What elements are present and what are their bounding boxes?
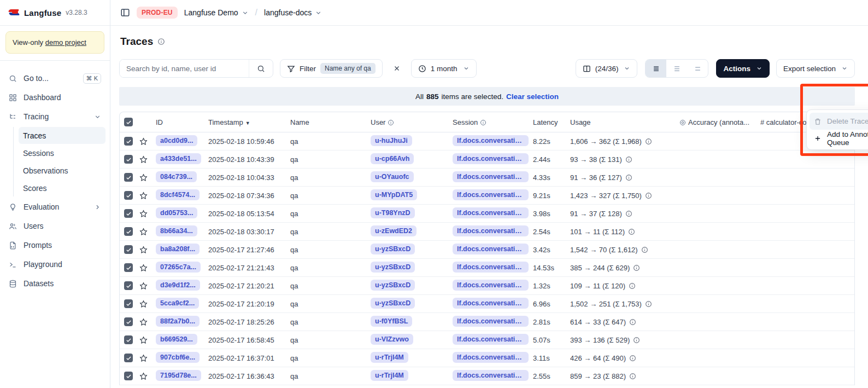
sidebar-item-prompts[interactable]: Prompts bbox=[4, 236, 105, 254]
user-badge[interactable]: u-OYauofc bbox=[371, 171, 414, 182]
table-row[interactable]: 084c739... 2025-02-18 10:04:33 qa u-OYau… bbox=[120, 169, 854, 187]
user-badge[interactable]: u-yzSBxcD bbox=[371, 298, 415, 309]
user-badge[interactable]: u-VIZzvwo bbox=[371, 334, 413, 345]
session-badge[interactable]: lf.docs.conversation... bbox=[453, 135, 529, 146]
org-selector[interactable]: Langfuse Demo bbox=[184, 8, 249, 17]
session-badge[interactable]: lf.docs.conversation... bbox=[453, 352, 529, 363]
session-badge[interactable]: lf.docs.conversation... bbox=[453, 280, 529, 291]
table-row[interactable]: 88f2a7b0... 2025-02-17 18:25:26 qa u-f0Y… bbox=[120, 313, 854, 331]
trace-id-badge[interactable]: 084c739... bbox=[156, 171, 197, 182]
select-all-checkbox[interactable] bbox=[124, 118, 133, 126]
bookmark-star-icon[interactable] bbox=[139, 354, 156, 362]
bookmark-star-icon[interactable] bbox=[139, 318, 156, 326]
bookmark-star-icon[interactable] bbox=[139, 246, 156, 254]
table-row[interactable]: a0cd0d9... 2025-02-18 10:59:46 qa u-huJh… bbox=[120, 132, 854, 150]
export-selection-button[interactable]: Export selection bbox=[776, 59, 855, 78]
header-accuracy[interactable]: Accuracy (annota... bbox=[679, 118, 760, 126]
clear-selection-link[interactable]: Clear selection bbox=[506, 92, 559, 101]
session-badge[interactable]: lf.docs.conversation... bbox=[453, 153, 529, 164]
user-badge[interactable]: u-MYpDAT5 bbox=[371, 189, 417, 200]
session-badge[interactable]: lf.docs.conversation... bbox=[453, 207, 529, 218]
row-checkbox[interactable] bbox=[124, 299, 133, 308]
row-checkbox[interactable] bbox=[124, 137, 133, 146]
sidebar-item-users[interactable]: Users bbox=[4, 217, 105, 235]
row-checkbox[interactable] bbox=[124, 317, 133, 326]
menu-item-delete-traces[interactable]: Delete Traces bbox=[810, 113, 868, 130]
row-checkbox[interactable] bbox=[124, 155, 133, 164]
bookmark-star-icon[interactable] bbox=[139, 137, 156, 146]
table-row[interactable]: ba8a208f... 2025-02-17 21:27:46 qa u-yzS… bbox=[120, 241, 854, 259]
session-badge[interactable]: lf.docs.conversation... bbox=[453, 370, 529, 381]
row-checkbox[interactable] bbox=[124, 227, 133, 236]
demo-project-link[interactable]: demo project bbox=[45, 38, 86, 47]
session-badge[interactable]: lf.docs.conversation... bbox=[453, 316, 529, 327]
sidebar-item-observations[interactable]: Observations bbox=[19, 162, 105, 179]
trace-id-badge[interactable]: a0cd0d9... bbox=[156, 135, 197, 146]
user-badge[interactable]: u-f0YfBSL bbox=[371, 316, 412, 327]
session-badge[interactable]: lf.docs.conversation... bbox=[453, 298, 529, 309]
trace-id-badge[interactable]: d3e9d1f2... bbox=[156, 280, 200, 291]
table-row[interactable]: 907cbf6e... 2025-02-17 16:37:01 qa u-rTr… bbox=[120, 349, 854, 367]
table-row[interactable]: dd05753... 2025-02-18 05:13:54 qa u-T98Y… bbox=[120, 205, 854, 223]
filter-button[interactable]: Filter Name any of qa bbox=[280, 59, 383, 78]
bookmark-star-icon[interactable] bbox=[139, 372, 156, 380]
bookmark-star-icon[interactable] bbox=[139, 282, 156, 290]
session-badge[interactable]: lf.docs.conversation... bbox=[453, 189, 529, 200]
sidebar-item-playground[interactable]: Playground bbox=[4, 255, 105, 274]
row-checkbox[interactable] bbox=[124, 281, 133, 290]
session-badge[interactable]: lf.docs.conversation... bbox=[453, 225, 529, 236]
row-checkbox[interactable] bbox=[124, 209, 133, 218]
session-badge[interactable]: lf.docs.conversation... bbox=[453, 262, 529, 273]
row-height-small-icon[interactable] bbox=[646, 60, 666, 77]
sidebar-item-traces[interactable]: Traces bbox=[19, 127, 105, 144]
row-height-large-icon[interactable] bbox=[687, 60, 708, 77]
search-input[interactable] bbox=[120, 60, 249, 77]
trace-id-badge[interactable]: 907cbf6e... bbox=[156, 352, 200, 363]
user-badge[interactable]: u-cp66Avh bbox=[371, 153, 414, 164]
trace-id-badge[interactable]: 88f2a7b0... bbox=[156, 316, 200, 327]
bookmark-star-icon[interactable] bbox=[139, 264, 156, 272]
sidebar-item-tracing[interactable]: Tracing bbox=[4, 107, 105, 126]
row-checkbox[interactable] bbox=[124, 245, 133, 254]
trace-id-badge[interactable]: 5cca9cf2... bbox=[156, 298, 199, 309]
bookmark-star-icon[interactable] bbox=[139, 155, 156, 164]
trace-id-badge[interactable]: 7195d78e... bbox=[156, 370, 201, 381]
trace-id-badge[interactable]: 8dcf4574... bbox=[156, 189, 200, 200]
sidebar-item-evaluation[interactable]: Evaluation bbox=[4, 198, 105, 216]
search-submit-icon[interactable] bbox=[249, 60, 273, 77]
sidebar-item-scores[interactable]: Scores bbox=[19, 179, 105, 196]
user-badge[interactable]: u-zEwdED2 bbox=[371, 225, 417, 236]
trace-id-badge[interactable]: b669529... bbox=[156, 334, 197, 345]
panel-toggle-icon[interactable] bbox=[120, 8, 130, 18]
column-visibility-button[interactable]: (24/36) bbox=[576, 59, 638, 78]
header-session[interactable]: Session bbox=[453, 118, 533, 126]
user-badge[interactable]: u-T98YnzD bbox=[371, 207, 415, 218]
trace-id-badge[interactable]: 07265c7a... bbox=[156, 262, 201, 273]
header-id[interactable]: ID bbox=[156, 118, 208, 126]
time-range-button[interactable]: 1 month bbox=[411, 59, 477, 78]
bookmark-star-icon[interactable] bbox=[139, 300, 156, 308]
session-badge[interactable]: lf.docs.conversation... bbox=[453, 244, 529, 254]
project-selector[interactable]: langfuse-docs bbox=[264, 8, 322, 17]
clear-filter-button[interactable] bbox=[388, 60, 406, 77]
header-name[interactable]: Name bbox=[290, 118, 371, 126]
row-height-medium-icon[interactable] bbox=[666, 60, 687, 77]
header-latency[interactable]: Latency bbox=[533, 118, 570, 126]
row-checkbox[interactable] bbox=[124, 372, 133, 380]
bookmark-star-icon[interactable] bbox=[139, 192, 156, 200]
goto-search[interactable]: Go to... ⌘ K bbox=[4, 69, 105, 88]
header-usage[interactable]: Usage bbox=[570, 118, 679, 126]
table-row[interactable]: 7195d78e... 2025-02-17 16:36:43 qa u-rTr… bbox=[120, 367, 854, 385]
bookmark-star-icon[interactable] bbox=[139, 228, 156, 236]
header-user[interactable]: User bbox=[371, 118, 453, 126]
menu-item-add-to-annotation-queue[interactable]: Add to Annotation Queue bbox=[810, 130, 868, 147]
user-badge[interactable]: u-huJhuJi bbox=[371, 135, 412, 146]
sidebar-item-sessions[interactable]: Sessions bbox=[19, 144, 105, 161]
trace-id-badge[interactable]: a433de51... bbox=[156, 153, 201, 164]
table-row[interactable]: b669529... 2025-02-17 16:58:45 qa u-VIZz… bbox=[120, 331, 854, 349]
user-badge[interactable]: u-yzSBxcD bbox=[371, 244, 415, 254]
session-badge[interactable]: lf.docs.conversation... bbox=[453, 171, 529, 182]
table-row[interactable]: 07265c7a... 2025-02-17 21:21:43 qa u-yzS… bbox=[120, 259, 854, 277]
user-badge[interactable]: u-rTrjI4M bbox=[371, 370, 408, 381]
header-timestamp[interactable]: Timestamp▼ bbox=[208, 118, 290, 126]
